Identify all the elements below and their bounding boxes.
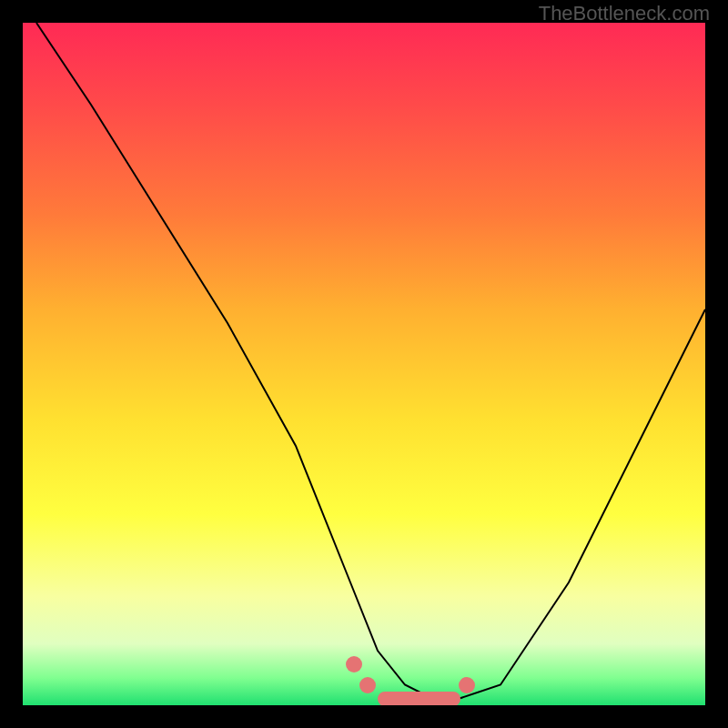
watermark-text: TheBottleneck.com: [539, 2, 710, 25]
data-marker: [359, 677, 376, 693]
data-marker: [459, 677, 475, 693]
chart-svg: [23, 23, 705, 705]
data-marker: [346, 656, 362, 672]
optimal-range-bar: [378, 692, 460, 706]
bottleneck-curve: [36, 23, 705, 699]
plot-area: [23, 23, 705, 705]
